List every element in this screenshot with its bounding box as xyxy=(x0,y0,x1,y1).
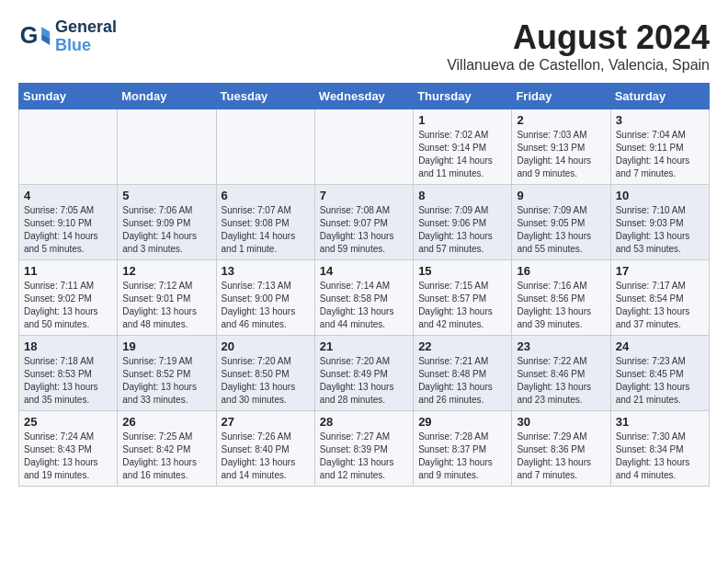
month-title: August 2024 xyxy=(447,18,710,57)
day-info: Sunrise: 7:12 AM Sunset: 9:01 PM Dayligh… xyxy=(122,280,210,331)
calendar-cell: 15Sunrise: 7:15 AM Sunset: 8:57 PM Dayli… xyxy=(414,260,512,336)
page-header: G General Blue August 2024 Villanueva de… xyxy=(18,18,710,74)
day-number: 12 xyxy=(122,264,210,278)
day-info: Sunrise: 7:25 AM Sunset: 8:42 PM Dayligh… xyxy=(122,431,210,482)
calendar-cell: 13Sunrise: 7:13 AM Sunset: 9:00 PM Dayli… xyxy=(216,260,314,336)
day-number: 6 xyxy=(222,189,310,202)
weekday-header-saturday: Saturday xyxy=(610,84,709,109)
day-info: Sunrise: 7:09 AM Sunset: 9:05 PM Dayligh… xyxy=(517,204,605,256)
day-info: Sunrise: 7:02 AM Sunset: 9:14 PM Dayligh… xyxy=(418,129,506,180)
day-number: 3 xyxy=(616,113,704,127)
day-number: 2 xyxy=(517,113,605,127)
calendar-cell: 31Sunrise: 7:30 AM Sunset: 8:34 PM Dayli… xyxy=(610,411,709,487)
day-info: Sunrise: 7:30 AM Sunset: 8:34 PM Dayligh… xyxy=(616,431,704,482)
day-number: 28 xyxy=(320,415,408,429)
calendar-cell: 14Sunrise: 7:14 AM Sunset: 8:58 PM Dayli… xyxy=(314,260,413,336)
day-number: 23 xyxy=(517,339,605,353)
calendar-week-1: 1Sunrise: 7:02 AM Sunset: 9:14 PM Daylig… xyxy=(19,109,710,185)
calendar-cell: 26Sunrise: 7:25 AM Sunset: 8:42 PM Dayli… xyxy=(118,411,216,487)
svg-text:G: G xyxy=(20,22,39,48)
calendar-cell: 12Sunrise: 7:12 AM Sunset: 9:01 PM Dayli… xyxy=(118,260,216,336)
day-number: 15 xyxy=(418,264,506,278)
day-info: Sunrise: 7:08 AM Sunset: 9:07 PM Dayligh… xyxy=(320,204,408,256)
day-info: Sunrise: 7:20 AM Sunset: 8:50 PM Dayligh… xyxy=(222,355,310,407)
calendar-cell xyxy=(118,109,216,185)
day-info: Sunrise: 7:17 AM Sunset: 8:54 PM Dayligh… xyxy=(616,280,704,331)
day-number: 14 xyxy=(320,264,408,278)
location-title: Villanueva de Castellon, Valencia, Spain xyxy=(447,57,710,74)
day-info: Sunrise: 7:09 AM Sunset: 9:06 PM Dayligh… xyxy=(418,204,506,256)
calendar-week-2: 4Sunrise: 7:05 AM Sunset: 9:10 PM Daylig… xyxy=(19,185,710,260)
calendar-cell: 7Sunrise: 7:08 AM Sunset: 9:07 PM Daylig… xyxy=(314,185,413,260)
day-info: Sunrise: 7:24 AM Sunset: 8:43 PM Dayligh… xyxy=(24,431,112,482)
day-info: Sunrise: 7:06 AM Sunset: 9:09 PM Dayligh… xyxy=(122,204,210,256)
day-number: 25 xyxy=(24,415,112,429)
day-info: Sunrise: 7:10 AM Sunset: 9:03 PM Dayligh… xyxy=(616,204,704,256)
day-number: 11 xyxy=(24,264,112,278)
day-info: Sunrise: 7:26 AM Sunset: 8:40 PM Dayligh… xyxy=(222,431,310,482)
day-number: 20 xyxy=(222,339,310,353)
calendar-cell xyxy=(19,109,118,185)
title-area: August 2024 Villanueva de Castellon, Val… xyxy=(447,18,710,74)
calendar-cell: 21Sunrise: 7:20 AM Sunset: 8:49 PM Dayli… xyxy=(314,336,413,411)
weekday-header-thursday: Thursday xyxy=(414,84,512,109)
calendar-cell: 18Sunrise: 7:18 AM Sunset: 8:53 PM Dayli… xyxy=(19,336,118,411)
day-info: Sunrise: 7:20 AM Sunset: 8:49 PM Dayligh… xyxy=(320,355,408,407)
weekday-header-wednesday: Wednesday xyxy=(314,84,413,109)
calendar-cell: 5Sunrise: 7:06 AM Sunset: 9:09 PM Daylig… xyxy=(118,185,216,260)
day-number: 19 xyxy=(122,339,210,353)
calendar-cell: 27Sunrise: 7:26 AM Sunset: 8:40 PM Dayli… xyxy=(216,411,314,487)
day-info: Sunrise: 7:04 AM Sunset: 9:11 PM Dayligh… xyxy=(616,129,704,180)
day-info: Sunrise: 7:11 AM Sunset: 9:02 PM Dayligh… xyxy=(24,280,112,331)
calendar-table: SundayMondayTuesdayWednesdayThursdayFrid… xyxy=(18,83,710,487)
weekday-header-tuesday: Tuesday xyxy=(216,84,314,109)
day-info: Sunrise: 7:14 AM Sunset: 8:58 PM Dayligh… xyxy=(320,280,408,331)
calendar-cell: 23Sunrise: 7:22 AM Sunset: 8:46 PM Dayli… xyxy=(512,336,610,411)
calendar-cell xyxy=(216,109,314,185)
day-number: 17 xyxy=(616,264,704,278)
day-number: 4 xyxy=(24,189,112,202)
day-info: Sunrise: 7:28 AM Sunset: 8:37 PM Dayligh… xyxy=(418,431,506,482)
calendar-cell: 9Sunrise: 7:09 AM Sunset: 9:05 PM Daylig… xyxy=(512,185,610,260)
day-number: 31 xyxy=(616,415,704,429)
calendar-cell: 4Sunrise: 7:05 AM Sunset: 9:10 PM Daylig… xyxy=(19,185,118,260)
day-number: 24 xyxy=(616,339,704,353)
calendar-cell: 25Sunrise: 7:24 AM Sunset: 8:43 PM Dayli… xyxy=(19,411,118,487)
calendar-cell: 3Sunrise: 7:04 AM Sunset: 9:11 PM Daylig… xyxy=(610,109,709,185)
calendar-cell: 20Sunrise: 7:20 AM Sunset: 8:50 PM Dayli… xyxy=(216,336,314,411)
logo-line2: Blue xyxy=(55,37,117,55)
weekday-row: SundayMondayTuesdayWednesdayThursdayFrid… xyxy=(19,84,710,109)
calendar-week-3: 11Sunrise: 7:11 AM Sunset: 9:02 PM Dayli… xyxy=(19,260,710,336)
day-number: 21 xyxy=(320,339,408,353)
logo-text: General Blue xyxy=(55,18,117,55)
calendar-cell: 2Sunrise: 7:03 AM Sunset: 9:13 PM Daylig… xyxy=(512,109,610,185)
day-number: 10 xyxy=(616,189,704,202)
calendar-week-4: 18Sunrise: 7:18 AM Sunset: 8:53 PM Dayli… xyxy=(19,336,710,411)
day-number: 22 xyxy=(418,339,506,353)
calendar-cell xyxy=(314,109,413,185)
day-info: Sunrise: 7:16 AM Sunset: 8:56 PM Dayligh… xyxy=(517,280,605,331)
day-number: 18 xyxy=(24,339,112,353)
logo-icon: G xyxy=(18,20,51,53)
calendar-cell: 17Sunrise: 7:17 AM Sunset: 8:54 PM Dayli… xyxy=(610,260,709,336)
calendar-cell: 28Sunrise: 7:27 AM Sunset: 8:39 PM Dayli… xyxy=(314,411,413,487)
day-info: Sunrise: 7:15 AM Sunset: 8:57 PM Dayligh… xyxy=(418,280,506,331)
day-number: 7 xyxy=(320,189,408,202)
calendar-cell: 19Sunrise: 7:19 AM Sunset: 8:52 PM Dayli… xyxy=(118,336,216,411)
calendar-cell: 29Sunrise: 7:28 AM Sunset: 8:37 PM Dayli… xyxy=(414,411,512,487)
calendar-cell: 22Sunrise: 7:21 AM Sunset: 8:48 PM Dayli… xyxy=(414,336,512,411)
day-info: Sunrise: 7:19 AM Sunset: 8:52 PM Dayligh… xyxy=(122,355,210,407)
calendar-cell: 24Sunrise: 7:23 AM Sunset: 8:45 PM Dayli… xyxy=(610,336,709,411)
day-number: 1 xyxy=(418,113,506,127)
day-number: 29 xyxy=(418,415,506,429)
weekday-header-monday: Monday xyxy=(118,84,216,109)
calendar-cell: 11Sunrise: 7:11 AM Sunset: 9:02 PM Dayli… xyxy=(19,260,118,336)
calendar-cell: 30Sunrise: 7:29 AM Sunset: 8:36 PM Dayli… xyxy=(512,411,610,487)
weekday-header-sunday: Sunday xyxy=(19,84,118,109)
calendar-week-5: 25Sunrise: 7:24 AM Sunset: 8:43 PM Dayli… xyxy=(19,411,710,487)
calendar-cell: 10Sunrise: 7:10 AM Sunset: 9:03 PM Dayli… xyxy=(610,185,709,260)
day-info: Sunrise: 7:05 AM Sunset: 9:10 PM Dayligh… xyxy=(24,204,112,256)
calendar-header: SundayMondayTuesdayWednesdayThursdayFrid… xyxy=(19,84,710,109)
calendar-cell: 6Sunrise: 7:07 AM Sunset: 9:08 PM Daylig… xyxy=(216,185,314,260)
weekday-header-friday: Friday xyxy=(512,84,610,109)
